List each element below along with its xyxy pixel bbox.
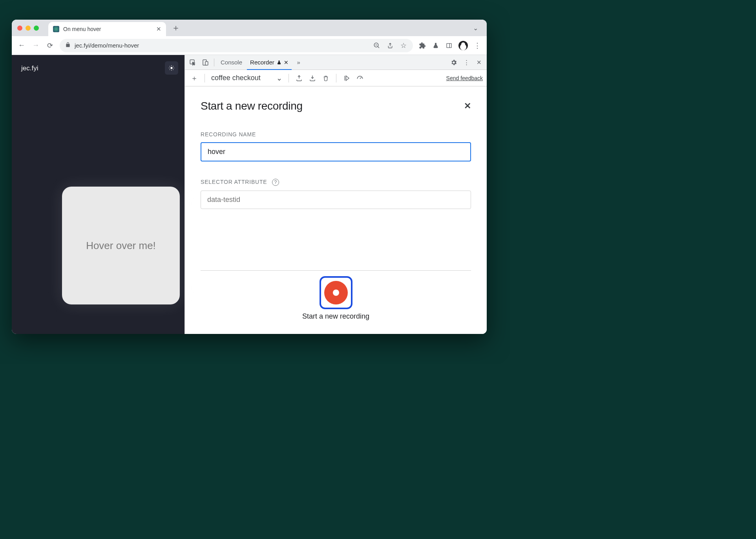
recording-name-input[interactable] [201, 142, 471, 161]
selector-attribute-label: SELECTOR ATTRIBUTE ? [201, 179, 471, 186]
profile-avatar[interactable] [458, 41, 468, 50]
bookmark-icon[interactable]: ☆ [400, 42, 407, 50]
selector-attribute-input[interactable] [201, 191, 471, 209]
delete-icon[interactable] [320, 73, 331, 84]
record-icon [324, 281, 348, 304]
svg-point-5 [170, 67, 172, 69]
recording-selector-label: coffee checkout [211, 74, 261, 82]
import-icon[interactable] [307, 73, 318, 84]
settings-icon[interactable] [448, 57, 459, 68]
svg-line-13 [173, 66, 173, 66]
maximize-window-button[interactable] [34, 26, 39, 31]
svg-line-12 [170, 70, 170, 70]
more-tabs-icon[interactable]: » [293, 57, 304, 68]
help-icon[interactable]: ? [272, 179, 279, 186]
record-button-label: Start a new recording [201, 312, 471, 321]
device-toggle-icon[interactable] [200, 57, 211, 68]
devtools-menu-icon[interactable]: ⋮ [461, 57, 472, 68]
record-button[interactable] [320, 276, 352, 309]
labs-icon[interactable] [432, 42, 440, 50]
chrome-menu-icon[interactable]: ⋮ [473, 42, 481, 50]
tab-console[interactable]: Console [217, 55, 245, 70]
lock-icon [65, 42, 71, 49]
flask-icon [277, 60, 281, 65]
recorder-footer: Start a new recording [201, 270, 471, 321]
window-controls [17, 26, 39, 31]
toolbar: ← → ⟳ jec.fyi/demo/menu-hover ☆ [12, 36, 487, 55]
tab-close-icon[interactable]: ✕ [284, 59, 289, 66]
close-window-button[interactable] [17, 26, 22, 31]
hover-card-text: Hover over me! [86, 240, 156, 252]
tab-close-icon[interactable]: ✕ [156, 26, 161, 33]
reload-button[interactable]: ⟳ [46, 41, 54, 50]
recorder-toolbar: ＋ coffee checkout ⌄ [185, 70, 487, 86]
browser-tab[interactable]: On menu hover ✕ [48, 22, 166, 36]
recording-selector[interactable]: coffee checkout ⌄ [210, 72, 284, 85]
tabs-dropdown-icon[interactable]: ⌄ [473, 24, 481, 32]
recorder-title: Start a new recording [201, 100, 303, 112]
tab-strip: On menu hover ✕ ＋ ⌄ [12, 20, 487, 36]
favicon-icon [53, 26, 59, 32]
webpage: jec.fyi Hover over me! [12, 55, 184, 334]
side-panel-icon[interactable] [445, 42, 453, 50]
url-text: jec.fyi/demo/menu-hover [75, 42, 139, 49]
replay-icon[interactable] [341, 73, 352, 84]
tab-recorder[interactable]: Recorder ✕ [247, 55, 292, 70]
theme-toggle-button[interactable] [165, 61, 178, 75]
minimize-window-button[interactable] [26, 26, 31, 31]
svg-line-11 [173, 70, 173, 70]
forward-button[interactable]: → [31, 41, 40, 50]
svg-line-2 [378, 46, 379, 48]
export-icon[interactable] [294, 73, 305, 84]
tab-title: On menu hover [63, 26, 101, 32]
content-area: jec.fyi Hover over me! Console [12, 55, 487, 334]
devtools-panel: Console Recorder ✕ » ⋮ ✕ ＋ [184, 55, 487, 334]
share-icon[interactable] [386, 42, 394, 50]
recorder-body: Start a new recording ✕ RECORDING NAME S… [185, 86, 487, 334]
inspect-element-icon[interactable] [187, 57, 198, 68]
browser-window: On menu hover ✕ ＋ ⌄ ← → ⟳ jec.fyi/demo/m… [12, 20, 487, 334]
chevron-down-icon: ⌄ [276, 74, 282, 82]
devtools-tab-bar: Console Recorder ✕ » ⋮ ✕ [185, 55, 487, 70]
svg-rect-16 [205, 61, 208, 65]
svg-line-10 [170, 66, 170, 66]
back-button[interactable]: ← [17, 41, 26, 50]
site-title: jec.fyi [21, 64, 175, 72]
recording-name-label: RECORDING NAME [201, 131, 471, 138]
new-recording-icon[interactable]: ＋ [189, 73, 200, 84]
svg-rect-3 [447, 43, 451, 48]
devtools-close-icon[interactable]: ✕ [473, 57, 484, 68]
send-feedback-link[interactable]: Send feedback [446, 75, 483, 81]
hover-card[interactable]: Hover over me! [62, 187, 180, 304]
sun-icon [168, 65, 175, 71]
address-bar[interactable]: jec.fyi/demo/menu-hover ☆ [60, 39, 413, 52]
performance-icon[interactable] [354, 73, 365, 84]
new-tab-button[interactable]: ＋ [172, 22, 180, 34]
zoom-out-icon[interactable] [373, 42, 381, 50]
extensions-icon[interactable] [418, 42, 426, 50]
close-dialog-icon[interactable]: ✕ [464, 101, 471, 111]
